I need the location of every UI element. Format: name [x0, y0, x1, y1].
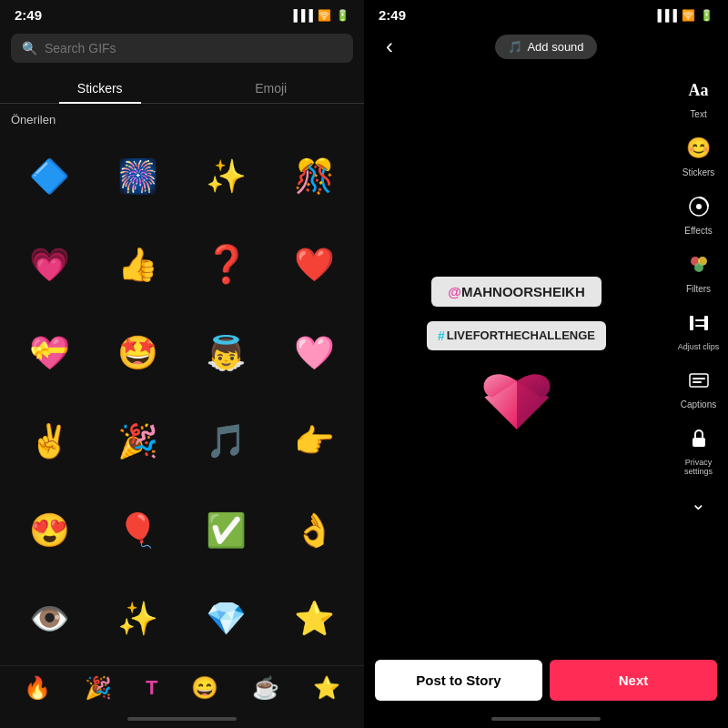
sticker-sparkles[interactable]: ✨	[184, 134, 268, 218]
svg-rect-14	[693, 438, 705, 447]
tool-effects[interactable]: Effects	[682, 190, 715, 236]
stickers-grid: 🔷 🎆 ✨ 🎊 💗 👍 ❓ ❤️ 💝 🤩 👼 🩷 ✌️ 🎉 🎵 👉 😍 🎈 ✅ …	[0, 130, 364, 665]
tool-captions[interactable]: Captions	[681, 364, 716, 410]
post-to-story-button[interactable]: Post to Story	[375, 660, 542, 701]
sticker-row6-3[interactable]: 💎	[184, 577, 268, 662]
tab-stickers[interactable]: Stickers	[59, 74, 141, 103]
tool-privacy-settings[interactable]: Privacy settings	[672, 422, 724, 476]
hash-symbol: #	[438, 329, 445, 343]
text-tool-icon: Aa	[682, 74, 715, 106]
next-button[interactable]: Next	[550, 660, 717, 701]
privacy-icon	[682, 422, 715, 455]
sticker-light-heart[interactable]: 🩷	[272, 311, 357, 396]
left-status-bar: 2:49 ▐▐▐ 🛜 🔋	[0, 0, 364, 26]
effects-tool-label: Effects	[684, 226, 712, 236]
bottom-tab-emoji[interactable]: 😄	[191, 675, 218, 701]
back-button[interactable]: ‹	[375, 32, 404, 61]
back-icon: ‹	[386, 34, 393, 59]
sticker-heart-eyes[interactable]: 😍	[7, 488, 92, 572]
tool-filters[interactable]: Filters	[682, 248, 715, 294]
search-bar[interactable]: 🔍	[11, 34, 353, 63]
sticker-pink-heart[interactable]: 💗	[7, 222, 92, 307]
captions-icon	[682, 364, 715, 397]
tool-stickers[interactable]: 😊 Stickers	[682, 132, 715, 177]
right-signal-icon: ▐▐▐	[653, 9, 677, 22]
sticker-music-note[interactable]: 🎵	[184, 399, 268, 484]
sticker-red-heart[interactable]: ❤️	[272, 222, 357, 307]
adjust-clips-icon	[682, 307, 715, 339]
bottom-tab-star[interactable]: ⭐	[313, 675, 340, 701]
svg-rect-11	[690, 374, 708, 387]
search-input[interactable]	[45, 41, 342, 56]
bottom-tab-party[interactable]: 🎉	[85, 675, 112, 701]
hashtag-tag[interactable]: #LIVEFORTHECHALLENGE	[427, 321, 606, 350]
adjust-clips-label: Adjust clips	[678, 342, 720, 351]
right-panel: 2:49 ▐▐▐ 🛜 🔋 ‹ 🎵 Add sound @MAHNOORSHEIK…	[364, 0, 728, 728]
sticker-omg[interactable]: 🤩	[96, 311, 180, 396]
left-panel: 2:49 ▐▐▐ 🛜 🔋 🔍 Stickers Emoji Önerilen 🔷…	[0, 0, 364, 728]
right-battery-icon: 🔋	[700, 9, 713, 22]
bottom-tab-fire[interactable]: 🔥	[24, 675, 51, 701]
home-indicator-left	[0, 710, 364, 728]
sticker-thumbsup[interactable]: 👍	[96, 222, 180, 307]
right-main: @MAHNOORSHEIKH #LIVEFORTHECHALLENGE	[364, 66, 728, 651]
captions-label: Captions	[681, 399, 716, 410]
sticker-row6-1[interactable]: 👁️	[7, 577, 92, 662]
left-status-icons: ▐▐▐ 🛜 🔋	[289, 9, 349, 22]
svg-point-6	[694, 263, 703, 272]
svg-rect-12	[693, 378, 705, 379]
home-indicator-right	[364, 710, 728, 728]
sticker-fireworks[interactable]: 🎆	[96, 134, 180, 218]
right-time: 2:49	[379, 7, 406, 23]
sticker-checkmark[interactable]: ✅	[184, 488, 268, 572]
sticker-pointing[interactable]: 👉	[272, 399, 357, 484]
sticker-angel[interactable]: 👼	[184, 311, 268, 396]
sticker-confetti[interactable]: 🎊	[272, 134, 357, 218]
text-tool-label: Text	[690, 109, 706, 119]
bottom-tab-text[interactable]: T	[146, 676, 157, 700]
right-side-tools: Aa Text 😊 Stickers	[669, 66, 728, 651]
sticker-balloons[interactable]: 🎈	[96, 488, 180, 572]
hashtag-text: LIVEFORTHECHALLENGE	[447, 329, 595, 342]
battery-icon: 🔋	[336, 9, 349, 22]
bottom-actions: Post to Story Next	[364, 651, 728, 710]
section-label: Önerilen	[0, 104, 364, 130]
sticker-origami[interactable]: 🔷	[7, 134, 92, 218]
effects-tool-icon	[682, 190, 715, 223]
svg-rect-10	[704, 316, 708, 330]
add-sound-button[interactable]: 🎵 Add sound	[495, 35, 596, 59]
svg-rect-13	[693, 381, 702, 383]
tool-text[interactable]: Aa Text	[682, 74, 715, 119]
stickers-tool-icon: 😊	[682, 132, 715, 165]
sticker-row6-2[interactable]: ✨	[96, 577, 180, 662]
sticker-party-popper[interactable]: 🎉	[96, 399, 180, 484]
filters-tool-label: Filters	[686, 284, 711, 294]
tool-adjust-clips[interactable]: Adjust clips	[678, 307, 720, 351]
stickers-tool-label: Stickers	[682, 167, 715, 177]
privacy-settings-label: Privacy settings	[672, 458, 724, 476]
chevron-down-icon: ⌄	[691, 492, 706, 514]
wifi-icon: 🛜	[318, 9, 331, 22]
heart-sticker[interactable]	[476, 365, 558, 441]
video-area: @MAHNOORSHEIKH #LIVEFORTHECHALLENGE	[364, 66, 669, 651]
sticker-row6-4[interactable]: ⭐	[272, 577, 357, 662]
expand-tools-button[interactable]: ⌄	[691, 492, 706, 514]
mention-username: MAHNOORSHEIKH	[461, 284, 585, 299]
right-status-bar: 2:49 ▐▐▐ 🛜 🔋	[364, 0, 728, 26]
svg-rect-7	[690, 316, 693, 330]
left-time: 2:49	[15, 7, 42, 23]
mention-tag[interactable]: @MAHNOORSHEIKH	[431, 277, 601, 307]
sticker-peace[interactable]: ✌️	[7, 399, 92, 484]
sticker-tabs: Stickers Emoji	[0, 70, 364, 104]
right-status-icons: ▐▐▐ 🛜 🔋	[653, 9, 713, 22]
right-toolbar: ‹ 🎵 Add sound	[364, 26, 728, 66]
tab-emoji[interactable]: Emoji	[237, 74, 305, 103]
sticker-ok-hand[interactable]: 👌	[272, 488, 357, 572]
sticker-heart-stars[interactable]: 💝	[7, 311, 92, 396]
bottom-tab-coffee[interactable]: ☕	[252, 675, 279, 701]
sticker-question[interactable]: ❓	[184, 222, 268, 307]
filters-tool-icon	[682, 248, 715, 281]
right-wifi-icon: 🛜	[682, 9, 695, 22]
bottom-category-tabs: 🔥 🎉 T 😄 ☕ ⭐	[0, 665, 364, 710]
search-icon: 🔍	[22, 41, 37, 56]
